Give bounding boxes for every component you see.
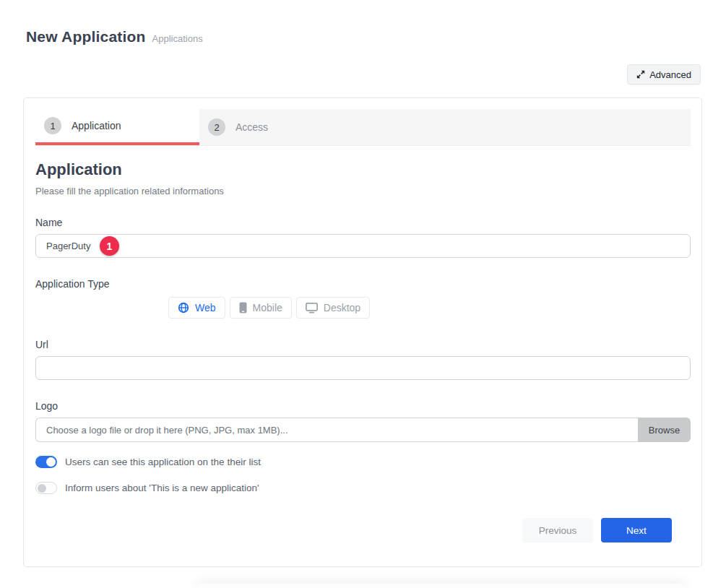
section-heading: Application (35, 160, 691, 179)
type-web-button[interactable]: Web (168, 297, 225, 319)
toggle-knob (46, 457, 56, 467)
logo-file-input[interactable]: Choose a logo file or drop it here (PNG,… (35, 418, 638, 442)
wizard-card: 1 Application 2 Access Application Pleas… (23, 98, 702, 567)
inform-toggle[interactable] (35, 482, 57, 494)
globe-icon (178, 302, 189, 314)
tab-access-label: Access (235, 121, 268, 133)
tab-application-label: Application (72, 120, 121, 131)
advanced-button[interactable]: Advanced (627, 64, 701, 85)
next-section-edge (195, 584, 686, 588)
page-title: New Application (26, 28, 146, 46)
expand-diagonal-icon (636, 70, 645, 79)
breadcrumb: Applications (152, 33, 203, 44)
name-input-wrap: 1 (35, 234, 691, 258)
name-label: Name (35, 217, 691, 228)
inform-toggle-label: Inform users about 'This is a new applic… (65, 483, 259, 493)
logo-file-group: Choose a logo file or drop it here (PNG,… (35, 418, 691, 442)
section-subheading: Please fill the application related info… (35, 186, 691, 196)
type-desktop-label: Desktop (324, 302, 360, 314)
monitor-icon (306, 303, 318, 314)
type-desktop-button[interactable]: Desktop (296, 297, 370, 319)
tab-application[interactable]: 1 Application (35, 109, 199, 145)
toggle-knob (38, 484, 46, 493)
visibility-toggle-label: Users can see this application on the th… (65, 457, 261, 467)
type-web-label: Web (195, 302, 216, 314)
visibility-toggle-row: Users can see this application on the th… (35, 456, 691, 468)
logo-label: Logo (35, 400, 691, 412)
url-label: Url (35, 339, 691, 350)
type-mobile-label: Mobile (253, 302, 282, 314)
previous-button[interactable]: Previous (522, 518, 593, 542)
wizard-footer: Previous Next (35, 518, 691, 542)
advanced-button-label: Advanced (649, 69, 691, 80)
url-input-wrap (35, 356, 691, 380)
type-mobile-button[interactable]: Mobile (230, 297, 292, 319)
smartphone-icon (239, 302, 247, 314)
step-1-badge: 1 (44, 117, 61, 134)
application-type-group: Web Mobile Desktop (168, 297, 691, 319)
inform-toggle-row: Inform users about 'This is a new applic… (35, 482, 691, 494)
wizard-tabs: 1 Application 2 Access (35, 109, 691, 146)
application-type-label: Application Type (35, 278, 691, 290)
url-input[interactable] (35, 356, 691, 380)
tab-access[interactable]: 2 Access (199, 109, 275, 145)
page-header: New Application Applications (26, 28, 203, 46)
next-button[interactable]: Next (601, 518, 672, 542)
name-input[interactable] (35, 234, 691, 258)
browse-button[interactable]: Browse (638, 418, 691, 442)
annotation-badge-1: 1 (100, 236, 119, 256)
step-2-badge: 2 (208, 118, 225, 136)
visibility-toggle[interactable] (35, 456, 57, 468)
